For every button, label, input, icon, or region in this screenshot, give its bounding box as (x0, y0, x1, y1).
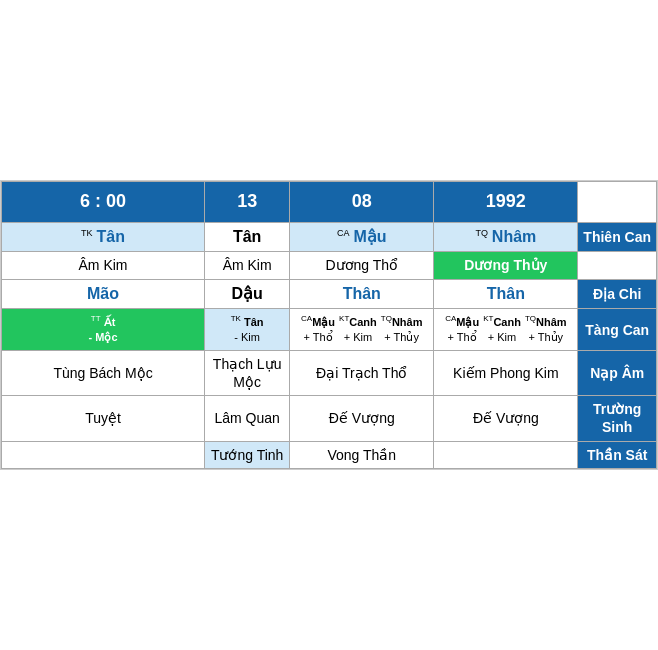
than-sat-ngay: Tướng Tinh (205, 441, 290, 468)
thien-can-gio-main: Tân (97, 228, 125, 245)
ngu-hanh-nam: Dương Thủy (434, 252, 578, 279)
thien-can-nam-main: Nhâm (492, 228, 536, 245)
than-sat-nam (434, 441, 578, 468)
thien-can-thang-main: Mậu (353, 228, 386, 245)
header-ngay: 13 (205, 182, 290, 222)
header-label-empty (578, 182, 657, 222)
label-nap-am: Nạp Âm (578, 350, 657, 395)
dia-chi-gio: Mão (2, 279, 205, 309)
nap-am-gio: Tùng Bách Mộc (2, 350, 205, 395)
label-thien-can: Thiên Can (578, 222, 657, 252)
truong-sinh-gio: Tuyệt (2, 396, 205, 441)
thien-can-thang: CA Mậu (290, 222, 434, 252)
thien-can-ngay: Tân (205, 222, 290, 252)
than-sat-thang: Vong Thần (290, 441, 434, 468)
nap-am-nam: Kiếm Phong Kim (434, 350, 578, 395)
truong-sinh-nam: Đế Vượng (434, 396, 578, 441)
thien-can-ngay-main: Tân (233, 228, 261, 245)
header-nam: 1992 (434, 182, 578, 222)
ngu-hanh-thang: Dương Thổ (290, 252, 434, 279)
tang-can-thang: CAMậu + Thổ KTCanh + Kim TQNhâm + Thủy (290, 309, 434, 350)
thien-can-gio-sup: TK (81, 228, 93, 238)
tang-can-gio: TT Ất - Mộc (2, 309, 205, 350)
thien-can-gio: TK Tân (2, 222, 205, 252)
nap-am-thang: Đại Trạch Thổ (290, 350, 434, 395)
ngu-hanh-ngay: Âm Kim (205, 252, 290, 279)
label-than-sat: Thần Sát (578, 441, 657, 468)
dia-chi-thang: Thân (290, 279, 434, 309)
tang-can-nam: CAMậu + Thổ KTCanh + Kim TQNhâm + Thủy (434, 309, 578, 350)
truong-sinh-thang: Đế Vượng (290, 396, 434, 441)
header-thang: 08 (290, 182, 434, 222)
dia-chi-ngay: Dậu (205, 279, 290, 309)
label-dia-chi: Địa Chi (578, 279, 657, 309)
thien-can-nam-sup: TQ (475, 228, 488, 238)
thien-can-nam: TQ Nhâm (434, 222, 578, 252)
label-truong-sinh: Trường Sinh (578, 396, 657, 441)
tang-can-ngay: TK Tân - Kim (205, 309, 290, 350)
dia-chi-ngay-main: Dậu (231, 285, 262, 302)
dia-chi-nam-main: Thân (487, 285, 525, 302)
dia-chi-gio-main: Mão (87, 285, 119, 302)
header-gio: 6 : 00 (2, 182, 205, 222)
truong-sinh-ngay: Lâm Quan (205, 396, 290, 441)
than-sat-gio (2, 441, 205, 468)
main-table: 6 : 00 13 08 1992 TK Tân Tân CA Mậu TQ N… (0, 180, 658, 470)
ngu-hanh-gio: Âm Kim (2, 252, 205, 279)
label-tang-can: Tàng Can (578, 309, 657, 350)
ngu-hanh-label-empty (578, 252, 657, 279)
dia-chi-nam: Thân (434, 279, 578, 309)
dia-chi-thang-main: Thân (343, 285, 381, 302)
nap-am-ngay: Thạch Lựu Mộc (205, 350, 290, 395)
thien-can-thang-sup: CA (337, 228, 350, 238)
